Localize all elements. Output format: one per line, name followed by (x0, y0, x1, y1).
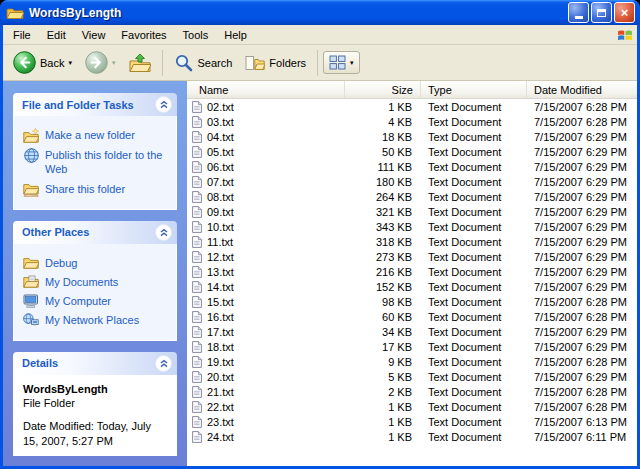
tasks-panel-title: File and Folder Tasks (22, 99, 134, 111)
details-panel-header[interactable]: Details (13, 352, 177, 375)
text-file-icon (192, 431, 202, 443)
file-type: Text Document (421, 251, 527, 263)
file-row[interactable]: 24.txt 1 KB Text Document 7/15/2007 6:11… (187, 429, 637, 444)
file-size: 321 KB (345, 206, 421, 218)
file-row[interactable]: 20.txt 5 KB Text Document 7/15/2007 6:29… (187, 369, 637, 384)
menu-file[interactable]: File (5, 26, 39, 44)
file-row[interactable]: 11.txt 318 KB Text Document 7/15/2007 6:… (187, 234, 637, 249)
file-type: Text Document (421, 221, 527, 233)
minimize-button[interactable] (568, 2, 589, 23)
column-header-size[interactable]: Size (345, 81, 421, 98)
menu-tools[interactable]: Tools (175, 26, 217, 44)
tasks-collapse-button[interactable] (155, 96, 172, 113)
file-row[interactable]: 08.txt 264 KB Text Document 7/15/2007 6:… (187, 189, 637, 204)
menu-edit[interactable]: Edit (39, 26, 74, 44)
file-size: 5 KB (345, 371, 421, 383)
file-row[interactable]: 12.txt 273 KB Text Document 7/15/2007 6:… (187, 249, 637, 264)
file-row[interactable]: 14.txt 152 KB Text Document 7/15/2007 6:… (187, 279, 637, 294)
file-row[interactable]: 09.txt 321 KB Text Document 7/15/2007 6:… (187, 204, 637, 219)
file-row[interactable]: 16.txt 60 KB Text Document 7/15/2007 6:2… (187, 309, 637, 324)
details-panel-title: Details (22, 357, 58, 369)
up-folder-icon (129, 53, 151, 73)
file-row[interactable]: 05.txt 50 KB Text Document 7/15/2007 6:2… (187, 144, 637, 159)
back-button[interactable]: Back ▾ (7, 47, 78, 78)
text-file-icon (192, 311, 202, 323)
file-size: 264 KB (345, 191, 421, 203)
file-row[interactable]: 23.txt 1 KB Text Document 7/15/2007 6:13… (187, 414, 637, 429)
views-button[interactable]: ▾ (323, 51, 360, 74)
file-name: 14.txt (207, 281, 234, 293)
column-header-name[interactable]: Name (187, 81, 345, 98)
back-dropdown-caret: ▾ (68, 59, 72, 66)
file-size: 98 KB (345, 296, 421, 308)
file-type: Text Document (421, 146, 527, 158)
file-row[interactable]: 15.txt 98 KB Text Document 7/15/2007 6:2… (187, 294, 637, 309)
close-button[interactable]: × (614, 2, 635, 23)
place-label: My Computer (45, 294, 111, 308)
task-share-folder[interactable]: Share this folder (23, 182, 167, 197)
file-list-body: 02.txt 1 KB Text Document 7/15/2007 6:28… (187, 99, 637, 466)
forward-dropdown-caret: ▾ (112, 59, 116, 66)
file-size: 18 KB (345, 131, 421, 143)
file-name: 03.txt (207, 116, 234, 128)
place-my-documents[interactable]: My Documents (23, 275, 167, 289)
task-publish-folder[interactable]: Publish this folder to the Web (23, 148, 167, 177)
folders-label: Folders (269, 57, 306, 69)
file-row[interactable]: 10.txt 343 KB Text Document 7/15/2007 6:… (187, 219, 637, 234)
menu-favorites[interactable]: Favorites (113, 26, 174, 44)
text-file-icon (192, 146, 202, 158)
place-label: Debug (45, 256, 77, 270)
file-type: Text Document (421, 236, 527, 248)
views-dropdown-caret: ▾ (350, 59, 354, 66)
places-collapse-button[interactable] (155, 224, 172, 241)
column-header-date-modified[interactable]: Date Modified (527, 81, 637, 98)
forward-button[interactable]: ▾ (79, 47, 122, 78)
place-my-computer[interactable]: My Computer (23, 294, 167, 308)
details-collapse-button[interactable] (155, 355, 172, 372)
toolbar-separator (162, 50, 163, 76)
text-file-icon (192, 266, 202, 278)
file-name: 20.txt (207, 371, 234, 383)
file-row[interactable]: 18.txt 17 KB Text Document 7/15/2007 6:2… (187, 339, 637, 354)
places-panel-title: Other Places (22, 226, 89, 238)
file-name: 05.txt (207, 146, 234, 158)
file-row[interactable]: 03.txt 4 KB Text Document 7/15/2007 6:28… (187, 114, 637, 129)
file-row[interactable]: 04.txt 18 KB Text Document 7/15/2007 6:2… (187, 129, 637, 144)
task-make-new-folder[interactable]: Make a new folder (23, 128, 167, 143)
forward-icon (85, 51, 108, 74)
folders-button[interactable]: Folders (239, 51, 312, 75)
file-row[interactable]: 02.txt 1 KB Text Document 7/15/2007 6:28… (187, 99, 637, 114)
maximize-button[interactable] (591, 2, 612, 23)
file-row[interactable]: 13.txt 216 KB Text Document 7/15/2007 6:… (187, 264, 637, 279)
text-file-icon (192, 281, 202, 293)
file-row[interactable]: 22.txt 1 KB Text Document 7/15/2007 6:28… (187, 399, 637, 414)
file-row[interactable]: 07.txt 180 KB Text Document 7/15/2007 6:… (187, 174, 637, 189)
menu-view[interactable]: View (74, 26, 114, 44)
file-size: 1 KB (345, 431, 421, 443)
file-size: 318 KB (345, 236, 421, 248)
window-title: WordsByLength (29, 6, 568, 20)
file-modified: 7/15/2007 6:29 PM (527, 146, 637, 158)
place-debug[interactable]: Debug (23, 256, 167, 270)
search-label: Search (198, 57, 233, 69)
place-my-network[interactable]: My Network Places (23, 313, 167, 327)
file-size: 216 KB (345, 266, 421, 278)
file-row[interactable]: 21.txt 2 KB Text Document 7/15/2007 6:28… (187, 384, 637, 399)
new-folder-icon (23, 128, 39, 143)
file-row[interactable]: 06.txt 111 KB Text Document 7/15/2007 6:… (187, 159, 637, 174)
up-button[interactable] (123, 49, 157, 77)
file-type: Text Document (421, 311, 527, 323)
file-name: 22.txt (207, 401, 234, 413)
toolbar: Back ▾ ▾ (3, 45, 637, 81)
main-content: File and Folder Tasks (3, 81, 637, 466)
column-header-type[interactable]: Type (421, 81, 527, 98)
menu-help[interactable]: Help (216, 26, 255, 44)
title-bar[interactable]: WordsByLength × (0, 0, 640, 25)
tasks-panel-header[interactable]: File and Folder Tasks (13, 93, 177, 116)
search-button[interactable]: Search (168, 49, 239, 77)
file-row[interactable]: 19.txt 9 KB Text Document 7/15/2007 6:28… (187, 354, 637, 369)
text-file-icon (192, 191, 202, 203)
places-panel-header[interactable]: Other Places (13, 221, 177, 244)
text-file-icon (192, 326, 202, 338)
file-row[interactable]: 17.txt 34 KB Text Document 7/15/2007 6:2… (187, 324, 637, 339)
